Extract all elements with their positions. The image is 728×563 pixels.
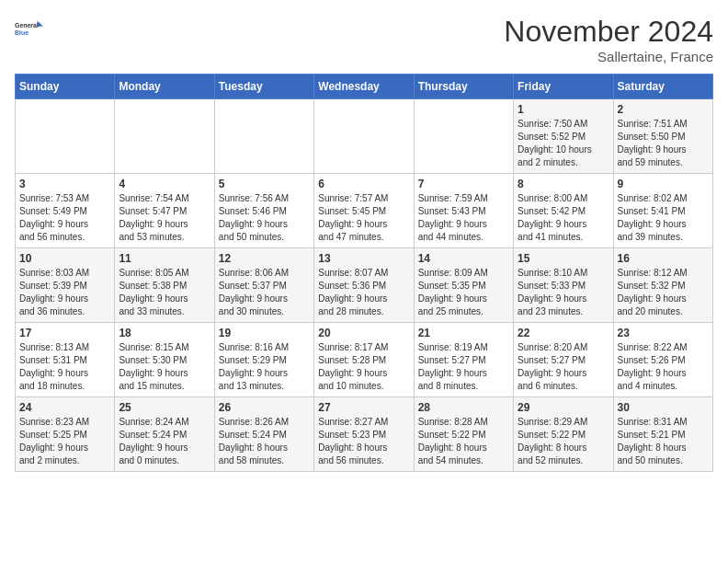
svg-marker-2	[38, 20, 43, 26]
day-cell: 19Sunrise: 8:16 AM Sunset: 5:29 PM Dayli…	[214, 323, 313, 397]
day-info: Sunrise: 8:28 AM Sunset: 5:22 PM Dayligh…	[418, 416, 509, 467]
day-info: Sunrise: 7:54 AM Sunset: 5:47 PM Dayligh…	[119, 192, 210, 244]
day-info: Sunrise: 7:50 AM Sunset: 5:52 PM Dayligh…	[518, 118, 609, 169]
day-number: 24	[19, 401, 110, 414]
day-cell: 22Sunrise: 8:20 AM Sunset: 5:27 PM Dayli…	[514, 323, 613, 397]
day-info: Sunrise: 8:22 AM Sunset: 5:26 PM Dayligh…	[618, 341, 709, 393]
day-number: 28	[418, 401, 509, 414]
day-cell: 24Sunrise: 8:23 AM Sunset: 5:25 PM Dayli…	[16, 397, 115, 472]
day-cell	[115, 99, 214, 174]
week-row-5: 24Sunrise: 8:23 AM Sunset: 5:25 PM Dayli…	[16, 397, 713, 472]
day-cell: 16Sunrise: 8:12 AM Sunset: 5:32 PM Dayli…	[613, 248, 712, 323]
week-row-4: 17Sunrise: 8:13 AM Sunset: 5:31 PM Dayli…	[16, 323, 713, 397]
day-info: Sunrise: 7:57 AM Sunset: 5:45 PM Dayligh…	[318, 192, 409, 244]
day-cell	[414, 99, 513, 174]
day-info: Sunrise: 8:24 AM Sunset: 5:24 PM Dayligh…	[119, 416, 210, 467]
day-info: Sunrise: 8:00 AM Sunset: 5:42 PM Dayligh…	[518, 192, 609, 244]
day-info: Sunrise: 8:27 AM Sunset: 5:23 PM Dayligh…	[318, 416, 409, 467]
weekday-header-monday: Monday	[115, 75, 214, 99]
day-number: 2	[618, 103, 709, 116]
day-info: Sunrise: 7:59 AM Sunset: 5:43 PM Dayligh…	[418, 192, 509, 244]
month-title: November 2024	[504, 15, 713, 49]
day-info: Sunrise: 8:29 AM Sunset: 5:22 PM Dayligh…	[518, 416, 609, 467]
day-cell: 30Sunrise: 8:31 AM Sunset: 5:21 PM Dayli…	[613, 397, 712, 472]
day-number: 12	[219, 252, 310, 265]
day-info: Sunrise: 7:53 AM Sunset: 5:49 PM Dayligh…	[19, 192, 110, 244]
day-cell: 7Sunrise: 7:59 AM Sunset: 5:43 PM Daylig…	[414, 174, 513, 248]
day-info: Sunrise: 8:03 AM Sunset: 5:39 PM Dayligh…	[19, 267, 110, 318]
day-info: Sunrise: 8:15 AM Sunset: 5:30 PM Dayligh…	[119, 341, 210, 393]
weekday-header-thursday: Thursday	[414, 75, 513, 99]
svg-text:General: General	[15, 22, 39, 29]
day-info: Sunrise: 8:19 AM Sunset: 5:27 PM Dayligh…	[418, 341, 509, 393]
day-cell	[16, 99, 115, 174]
weekday-header-friday: Friday	[514, 75, 613, 99]
logo: General Blue	[15, 15, 44, 44]
day-cell: 12Sunrise: 8:06 AM Sunset: 5:37 PM Dayli…	[214, 248, 313, 323]
weekday-header-row: SundayMondayTuesdayWednesdayThursdayFrid…	[16, 75, 713, 99]
logo-icon: General Blue	[15, 15, 44, 44]
day-cell: 3Sunrise: 7:53 AM Sunset: 5:49 PM Daylig…	[16, 174, 115, 248]
day-info: Sunrise: 8:09 AM Sunset: 5:35 PM Dayligh…	[418, 267, 509, 318]
day-cell: 9Sunrise: 8:02 AM Sunset: 5:41 PM Daylig…	[613, 174, 712, 248]
day-info: Sunrise: 8:23 AM Sunset: 5:25 PM Dayligh…	[19, 416, 110, 467]
day-cell: 1Sunrise: 7:50 AM Sunset: 5:52 PM Daylig…	[514, 99, 613, 174]
day-cell: 15Sunrise: 8:10 AM Sunset: 5:33 PM Dayli…	[514, 248, 613, 323]
day-number: 15	[518, 252, 609, 265]
title-area: November 2024 Sallertaine, France	[504, 15, 713, 64]
day-cell: 14Sunrise: 8:09 AM Sunset: 5:35 PM Dayli…	[414, 248, 513, 323]
header-area: General Blue November 2024 Sallertaine, …	[15, 15, 713, 64]
day-cell: 10Sunrise: 8:03 AM Sunset: 5:39 PM Dayli…	[16, 248, 115, 323]
day-info: Sunrise: 8:31 AM Sunset: 5:21 PM Dayligh…	[618, 416, 709, 467]
day-info: Sunrise: 7:56 AM Sunset: 5:46 PM Dayligh…	[219, 192, 310, 244]
weekday-header-saturday: Saturday	[613, 75, 712, 99]
day-info: Sunrise: 8:16 AM Sunset: 5:29 PM Dayligh…	[219, 341, 310, 393]
day-cell: 6Sunrise: 7:57 AM Sunset: 5:45 PM Daylig…	[314, 174, 414, 248]
week-row-2: 3Sunrise: 7:53 AM Sunset: 5:49 PM Daylig…	[16, 174, 713, 248]
day-number: 29	[518, 401, 609, 414]
day-number: 1	[518, 103, 609, 116]
day-info: Sunrise: 8:12 AM Sunset: 5:32 PM Dayligh…	[618, 267, 709, 318]
day-number: 18	[119, 327, 210, 339]
day-number: 13	[318, 252, 409, 265]
day-number: 26	[219, 401, 310, 414]
day-info: Sunrise: 8:06 AM Sunset: 5:37 PM Dayligh…	[219, 267, 310, 318]
day-cell: 28Sunrise: 8:28 AM Sunset: 5:22 PM Dayli…	[414, 397, 513, 472]
day-number: 25	[119, 401, 210, 414]
day-info: Sunrise: 7:51 AM Sunset: 5:50 PM Dayligh…	[618, 118, 709, 169]
day-cell: 11Sunrise: 8:05 AM Sunset: 5:38 PM Dayli…	[115, 248, 214, 323]
day-cell	[314, 99, 414, 174]
day-number: 4	[119, 178, 210, 190]
day-info: Sunrise: 8:10 AM Sunset: 5:33 PM Dayligh…	[518, 267, 609, 318]
day-number: 3	[19, 178, 110, 190]
day-cell: 17Sunrise: 8:13 AM Sunset: 5:31 PM Dayli…	[16, 323, 115, 397]
day-number: 21	[418, 327, 509, 339]
day-number: 27	[318, 401, 409, 414]
day-number: 22	[518, 327, 609, 339]
week-row-1: 1Sunrise: 7:50 AM Sunset: 5:52 PM Daylig…	[16, 99, 713, 174]
day-info: Sunrise: 8:20 AM Sunset: 5:27 PM Dayligh…	[518, 341, 609, 393]
weekday-header-sunday: Sunday	[16, 75, 115, 99]
day-cell: 26Sunrise: 8:26 AM Sunset: 5:24 PM Dayli…	[214, 397, 313, 472]
day-cell	[214, 99, 313, 174]
day-number: 19	[219, 327, 310, 339]
day-info: Sunrise: 8:13 AM Sunset: 5:31 PM Dayligh…	[19, 341, 110, 393]
day-number: 7	[418, 178, 509, 190]
weekday-header-tuesday: Tuesday	[214, 75, 313, 99]
day-cell: 25Sunrise: 8:24 AM Sunset: 5:24 PM Dayli…	[115, 397, 214, 472]
day-cell: 27Sunrise: 8:27 AM Sunset: 5:23 PM Dayli…	[314, 397, 414, 472]
day-number: 14	[418, 252, 509, 265]
day-info: Sunrise: 8:05 AM Sunset: 5:38 PM Dayligh…	[119, 267, 210, 318]
day-number: 8	[518, 178, 609, 190]
day-cell: 21Sunrise: 8:19 AM Sunset: 5:27 PM Dayli…	[414, 323, 513, 397]
day-number: 5	[219, 178, 310, 190]
day-cell: 23Sunrise: 8:22 AM Sunset: 5:26 PM Dayli…	[613, 323, 712, 397]
day-number: 10	[19, 252, 110, 265]
day-number: 30	[618, 401, 709, 414]
weekday-header-wednesday: Wednesday	[314, 75, 414, 99]
day-cell: 13Sunrise: 8:07 AM Sunset: 5:36 PM Dayli…	[314, 248, 414, 323]
day-number: 9	[618, 178, 709, 190]
location-title: Sallertaine, France	[504, 49, 713, 64]
day-cell: 20Sunrise: 8:17 AM Sunset: 5:28 PM Dayli…	[314, 323, 414, 397]
svg-text:Blue: Blue	[15, 29, 28, 36]
